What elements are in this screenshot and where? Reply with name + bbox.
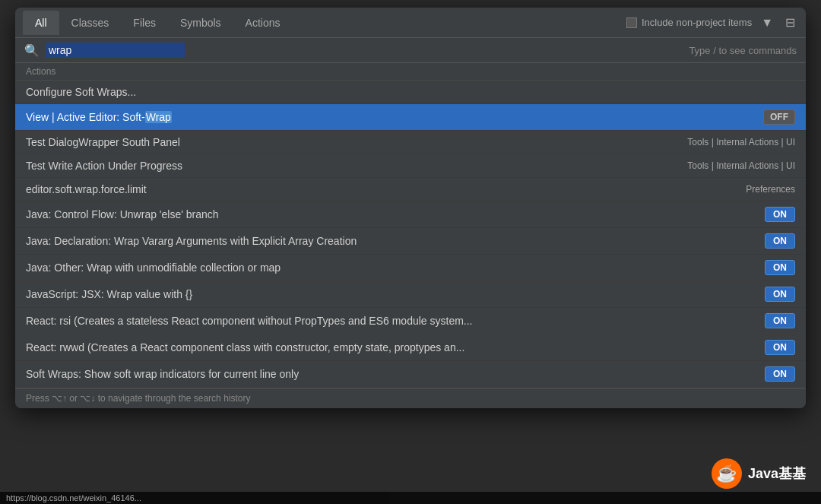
main-dialog: All Classes Files Symbols Actions Includ… — [15, 8, 806, 408]
label-highlight: Wrap — [145, 111, 172, 123]
toggle-on-button[interactable]: ON — [765, 260, 795, 275]
url-text: https://blog.csdn.net/weixin_46146... — [6, 493, 141, 502]
include-non-project-text: Include non-project items — [642, 17, 752, 28]
result-label: Java: Other: Wrap with unmodifiable coll… — [26, 262, 756, 274]
url-bar: https://blog.csdn.net/weixin_46146... — [0, 492, 821, 504]
layout-icon-button[interactable]: ⊟ — [782, 14, 798, 31]
result-meta: Tools | Internal Actions | UI — [687, 137, 795, 147]
watermark: ☕ Java基基 — [712, 458, 806, 489]
tab-classes[interactable]: Classes — [59, 11, 122, 35]
result-row-selected[interactable]: View | Active Editor: Soft-Wrap OFF — [15, 104, 806, 131]
tab-symbols[interactable]: Symbols — [168, 11, 233, 35]
section-header-actions: Actions — [15, 63, 806, 81]
result-meta: Preferences — [746, 184, 795, 195]
tab-bar: All Classes Files Symbols Actions Includ… — [15, 8, 806, 38]
search-icon: 🔍 — [24, 43, 40, 58]
result-row[interactable]: React: rwwd (Creates a React component c… — [15, 334, 806, 361]
toggle-on-button[interactable]: ON — [765, 207, 795, 222]
watermark-icon: ☕ — [712, 458, 742, 489]
search-input-wrap — [46, 43, 185, 58]
result-label: Test DialogWrapper South Panel — [26, 136, 678, 148]
search-hint: Type / to see commands — [191, 45, 797, 56]
status-bar: Press ⌥↑ or ⌥↓ to navigate through the s… — [15, 388, 806, 408]
result-label: React: rwwd (Creates a React component c… — [26, 341, 756, 353]
tab-files[interactable]: Files — [121, 11, 168, 35]
result-row[interactable]: Configure Soft Wraps... — [15, 81, 806, 104]
search-input[interactable] — [46, 43, 185, 58]
include-non-project-label[interactable]: Include non-project items — [626, 17, 752, 28]
result-label: Soft Wraps: Show soft wrap indicators fo… — [26, 368, 756, 380]
result-label: editor.soft.wrap.force.limit — [26, 183, 737, 195]
search-bar: 🔍 Type / to see commands — [15, 38, 806, 63]
result-label: Test Write Action Under Progress — [26, 160, 678, 172]
header-right: Include non-project items ▼ ⊟ — [626, 14, 798, 31]
watermark-label: Java基基 — [748, 464, 806, 483]
result-meta: Tools | Internal Actions | UI — [687, 160, 795, 171]
results-list: Actions Configure Soft Wraps... View | A… — [15, 63, 806, 388]
label-before: View | Active Editor: Soft- — [26, 111, 145, 123]
status-text: Press ⌥↑ or ⌥↓ to navigate through the s… — [26, 393, 250, 404]
result-row[interactable]: editor.soft.wrap.force.limit Preferences — [15, 178, 806, 201]
result-row[interactable]: Test Write Action Under Progress Tools |… — [15, 154, 806, 178]
result-label-wrap: View | Active Editor: Soft-Wrap — [26, 111, 754, 123]
result-row[interactable]: Java: Control Flow: Unwrap 'else' branch… — [15, 201, 806, 228]
result-row[interactable]: Soft Wraps: Show soft wrap indicators fo… — [15, 361, 806, 388]
result-label: Configure Soft Wraps... — [26, 86, 795, 98]
result-row[interactable]: React: rsi (Creates a stateless React co… — [15, 308, 806, 334]
result-label: Java: Declaration: Wrap Vararg Arguments… — [26, 235, 756, 247]
result-label: JavaScript: JSX: Wrap value with {} — [26, 288, 756, 300]
result-row[interactable]: Java: Declaration: Wrap Vararg Arguments… — [15, 228, 806, 255]
toggle-on-button[interactable]: ON — [765, 313, 795, 328]
tab-actions[interactable]: Actions — [233, 11, 293, 35]
result-label: Java: Control Flow: Unwrap 'else' branch — [26, 208, 756, 220]
result-row[interactable]: Java: Other: Wrap with unmodifiable coll… — [15, 255, 806, 281]
include-non-project-checkbox[interactable] — [626, 17, 637, 28]
tab-all[interactable]: All — [23, 11, 59, 35]
toggle-on-button[interactable]: ON — [765, 233, 795, 249]
toggle-on-button[interactable]: ON — [765, 366, 795, 382]
toggle-on-button[interactable]: ON — [765, 340, 795, 355]
filter-icon-button[interactable]: ▼ — [758, 14, 776, 31]
toggle-off-button[interactable]: OFF — [763, 109, 795, 125]
result-row[interactable]: Test DialogWrapper South Panel Tools | I… — [15, 131, 806, 154]
result-row[interactable]: JavaScript: JSX: Wrap value with {} ON — [15, 281, 806, 308]
toggle-on-button[interactable]: ON — [765, 287, 795, 302]
result-label: React: rsi (Creates a stateless React co… — [26, 315, 756, 327]
